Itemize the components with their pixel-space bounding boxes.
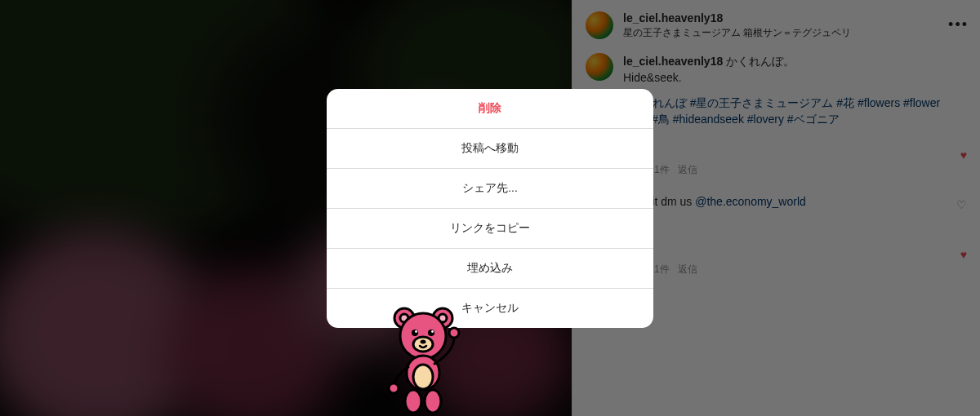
menu-cancel[interactable]: キャンセル bbox=[327, 289, 653, 328]
options-menu: 削除 投稿へ移動 シェア先... リンクをコピー 埋め込み キャンセル bbox=[327, 89, 653, 328]
menu-goto-post[interactable]: 投稿へ移動 bbox=[327, 129, 653, 169]
menu-copy-link[interactable]: リンクをコピー bbox=[327, 209, 653, 249]
menu-embed[interactable]: 埋め込み bbox=[327, 249, 653, 289]
modal-overlay[interactable]: 削除 投稿へ移動 シェア先... リンクをコピー 埋め込み キャンセル bbox=[0, 0, 980, 416]
menu-share-to[interactable]: シェア先... bbox=[327, 169, 653, 209]
menu-delete[interactable]: 削除 bbox=[327, 89, 653, 129]
